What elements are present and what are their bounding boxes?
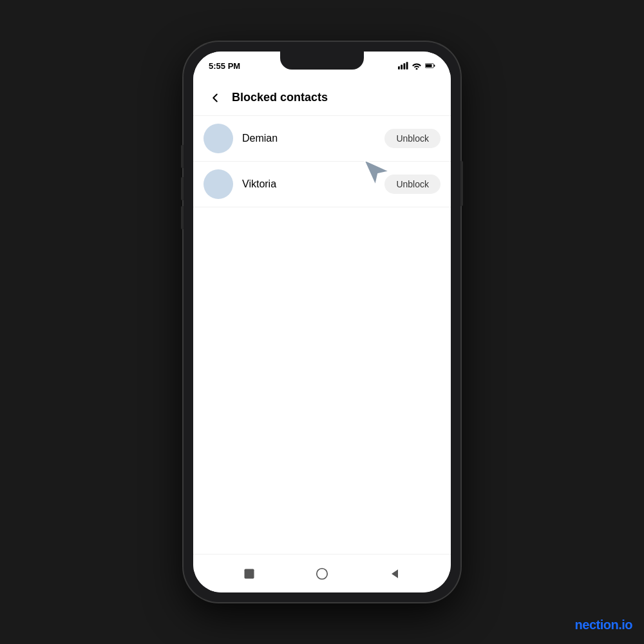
status-time: 5:55 PM	[209, 61, 240, 71]
notch	[280, 52, 364, 70]
status-icons	[398, 62, 435, 70]
wifi-icon	[412, 62, 422, 70]
unblock-button-viktoria[interactable]: Unblock	[384, 175, 440, 194]
phone-frame: 5:55 PM	[184, 42, 460, 602]
svg-rect-0	[398, 66, 400, 70]
battery-icon	[425, 62, 435, 70]
triangle-back-icon	[388, 567, 401, 580]
svg-rect-7	[244, 569, 254, 578]
contact-item-demian: Demian Unblock	[193, 116, 451, 162]
contact-item-viktoria: Viktoria Unblock	[193, 162, 451, 207]
status-bar: 5:55 PM	[193, 52, 451, 80]
watermark: nection.io	[575, 618, 632, 632]
nav-square-button[interactable]	[240, 565, 258, 583]
contact-name-demian: Demian	[242, 133, 384, 144]
back-arrow-icon	[208, 91, 222, 105]
signal-icon	[398, 62, 408, 70]
page-title: Blocked contacts	[232, 91, 328, 104]
contact-list: Demian Unblock Viktoria Unblock	[193, 116, 451, 554]
svg-rect-6	[426, 64, 432, 67]
nav-home-button[interactable]	[313, 565, 331, 583]
battery-shape	[425, 62, 435, 70]
nav-back-button[interactable]	[386, 565, 404, 583]
contact-name-viktoria: Viktoria	[242, 178, 384, 190]
phone-screen: 5:55 PM	[193, 52, 451, 592]
back-button[interactable]	[204, 86, 227, 109]
app-header: Blocked contacts	[193, 80, 451, 116]
svg-rect-3	[406, 62, 408, 69]
avatar-viktoria	[204, 169, 233, 199]
svg-rect-1	[401, 65, 402, 70]
bottom-nav	[193, 554, 451, 592]
circle-icon	[315, 567, 329, 581]
avatar-demian	[204, 124, 233, 153]
svg-marker-9	[392, 569, 398, 578]
svg-rect-2	[403, 63, 405, 69]
square-icon	[243, 567, 256, 580]
svg-rect-5	[434, 64, 435, 66]
svg-point-8	[317, 568, 328, 579]
unblock-button-demian[interactable]: Unblock	[384, 129, 440, 148]
